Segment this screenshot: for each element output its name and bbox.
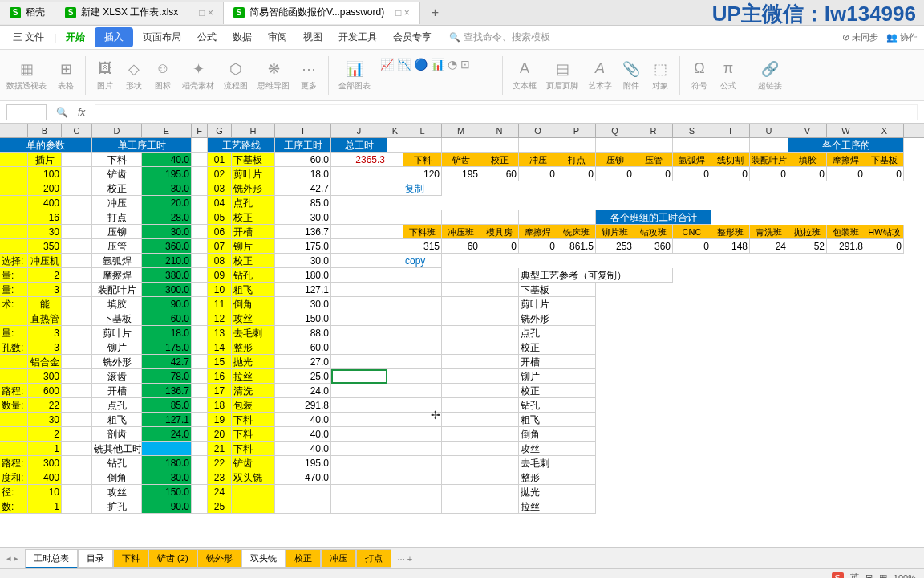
ribbon-mind[interactable]: ❋思维导图 [257,59,290,92]
ribbon-docer[interactable]: ✦稻壳素材 [182,59,214,92]
add-tab-button[interactable]: + [420,6,450,20]
ribbon-header[interactable]: ▤页眉页脚 [546,59,578,92]
spreadsheet-grid[interactable]: BCDEFGHIJKLMNOPQRSTUVWX 单的参数单工序工时工艺路线工序工… [0,124,924,547]
doc-icon: S [10,7,21,18]
sheet-tab-3[interactable]: 铲齿 (2) [148,549,197,568]
cursor-icon: ✢ [431,409,440,421]
sync-status[interactable]: ⊘ 未同步 [842,31,878,43]
ribbon-pivot[interactable]: ▦数据透视表 [6,59,47,92]
sheet-tab-7[interactable]: 冲压 [321,549,356,568]
sheet-tab-4[interactable]: 铣外形 [197,549,241,568]
ribbon-wordart[interactable]: A艺术字 [588,59,612,92]
zoom-level[interactable]: 100% [894,573,916,579]
tab-doc-2[interactable]: S简易智能函数报价V...password)□ × [224,2,420,24]
watermark-text: UP主微信：lw134996 [712,0,916,28]
zoom-icon[interactable]: 🔍 [56,107,68,118]
ribbon-attach[interactable]: 📎附件 [622,59,641,92]
ribbon-shape[interactable]: ◇形状 [124,59,144,92]
coop-button[interactable]: 👥 协作 [886,31,918,43]
doc-icon: S [233,7,245,18]
ribbon-object[interactable]: ⬚对象 [650,59,670,92]
fx-label: fx [78,107,85,118]
menu-data[interactable]: 数据 [226,27,258,47]
ribbon-icon[interactable]: ☺图标 [153,59,172,92]
ribbon-textbox[interactable]: A文本框 [513,59,537,92]
status-bar: S 英 ⊞ ▦ 100% [0,568,924,578]
sheet-tab-6[interactable]: 校正 [286,549,321,568]
menu-review[interactable]: 审阅 [261,27,294,47]
tab-doc-0[interactable]: S稻壳 [0,2,55,24]
formula-input[interactable] [95,104,918,120]
menu-insert[interactable]: 插入 [95,27,133,47]
menu-dev[interactable]: 开发工具 [332,27,383,47]
sheet-tab-2[interactable]: 下料 [113,549,148,568]
view-normal-icon[interactable]: ⊞ [865,572,873,578]
command-search[interactable]: 查找命令、搜索模板 [449,31,550,44]
ime-icon: S [832,572,844,579]
view-page-icon[interactable]: ▦ [879,572,887,578]
ribbon-image[interactable]: 🖼图片 [95,59,115,92]
ribbon-table[interactable]: ⊞表格 [56,59,75,92]
sheet-tab-1[interactable]: 目录 [78,549,113,568]
sheet-tab-5[interactable]: 双头铣 [241,549,286,568]
ribbon-chart[interactable]: 📊全部图表 [338,59,371,92]
menu-formula[interactable]: 公式 [191,27,223,47]
ime-lang[interactable]: 英 [850,572,859,578]
doc-icon: S [65,7,76,18]
menu-layout[interactable]: 页面布局 [136,27,188,47]
ribbon-link[interactable]: 🔗超链接 [758,59,782,92]
sheet-tab-0[interactable]: 工时总表 [25,549,78,568]
name-box[interactable] [6,104,47,120]
formula-bar: 🔍 fx [0,101,924,124]
menu-view[interactable]: 视图 [297,27,329,47]
tab-doc-1[interactable]: S新建 XLSX 工作表.xlsx□ × [55,2,224,24]
sheet-tab-8[interactable]: 打点 [356,549,391,568]
menu-member[interactable]: 会员专享 [387,27,438,47]
menu-home[interactable]: 开始 [59,27,91,47]
ribbon-toolbar: ▦数据透视表 ⊞表格 🖼图片 ◇形状 ☺图标 ✦稻壳素材 ⬡流程图 ❋思维导图 … [0,50,924,101]
ribbon-symbol[interactable]: Ω符号 [690,59,709,92]
file-menu[interactable]: 三 文件 [6,27,51,47]
ribbon-flow[interactable]: ⬡流程图 [224,59,248,92]
menu-bar: 三 文件 | 开始 插入 页面布局 公式 数据 审阅 视图 开发工具 会员专享 … [0,26,924,50]
ribbon-more[interactable]: ⋯更多 [299,59,318,92]
sheet-tabs: ◂ ▸ 工时总表 目录 下料 铲齿 (2) 铣外形 双头铣 校正 冲压 打点 ·… [0,547,924,568]
ribbon-equation[interactable]: π公式 [719,59,738,92]
